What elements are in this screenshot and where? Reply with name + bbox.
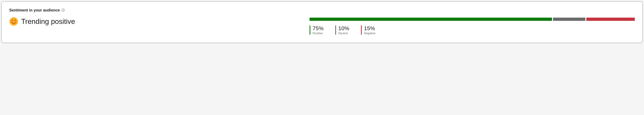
stacked-bar — [310, 18, 635, 21]
legend-value-negative: 15% — [364, 25, 376, 31]
trend-summary: Trending positive — [9, 17, 75, 26]
legend-value-neutral: 10% — [338, 25, 349, 31]
legend-label-negative: Negative — [364, 32, 376, 35]
legend-tick-negative — [361, 25, 362, 35]
legend-item-neutral: 10% Neutral — [335, 25, 349, 35]
svg-point-3 — [10, 17, 18, 26]
bar-segment-positive — [310, 18, 552, 21]
smile-emoji-icon — [9, 17, 18, 26]
bar-segment-neutral — [553, 18, 585, 21]
bar-segment-negative — [586, 18, 635, 21]
info-icon[interactable] — [62, 8, 65, 12]
legend-item-positive: 75% Positive — [310, 25, 324, 35]
legend-item-negative: 15% Negative — [361, 25, 376, 35]
legend: 75% Positive 10% Neutral 15% Negative — [310, 25, 635, 35]
trend-label: Trending positive — [21, 18, 75, 26]
card-content: Trending positive 75% Positive — [9, 17, 635, 35]
legend-label-positive: Positive — [312, 32, 324, 35]
legend-tick-positive — [310, 25, 310, 35]
legend-label-neutral: Neutral — [338, 32, 349, 35]
sentiment-chart: 75% Positive 10% Neutral 15% Negative — [310, 17, 635, 35]
card-header: Sentiment in your audience — [9, 8, 635, 12]
legend-value-positive: 75% — [312, 25, 324, 31]
sentiment-card: Sentiment in your audience Trendi — [1, 1, 643, 43]
legend-tick-neutral — [335, 25, 336, 35]
card-title: Sentiment in your audience — [9, 8, 60, 12]
